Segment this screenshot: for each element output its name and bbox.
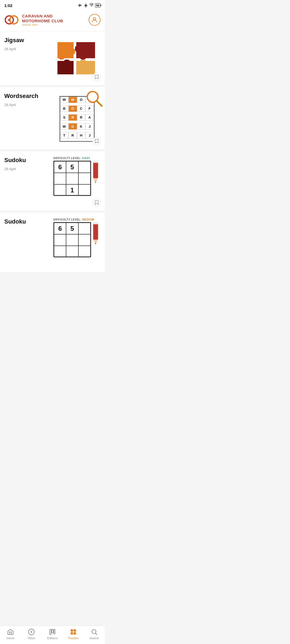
sudoku-easy-title: Sudoku xyxy=(4,157,53,164)
jigsaw-title: Jigsaw xyxy=(4,37,52,44)
magnify-icon xyxy=(86,90,103,107)
sudoku-cell xyxy=(78,234,90,246)
ws-cell: J xyxy=(85,123,94,130)
logo-text: CARAVAN AND MOTORHOME CLUB SINCE 1907 xyxy=(22,14,63,26)
svg-rect-13 xyxy=(93,222,98,224)
svg-rect-9 xyxy=(93,161,98,163)
ws-cell: O xyxy=(77,97,86,103)
app-logo: M xyxy=(4,12,19,27)
sudoku-medium-grid: 6 5 xyxy=(53,222,91,257)
airplane-icon xyxy=(84,3,88,8)
wifi-icon xyxy=(89,3,94,8)
sudoku-easy-bookmark[interactable] xyxy=(92,198,101,207)
bookmark-icon xyxy=(95,200,99,205)
svg-line-6 xyxy=(97,101,102,106)
wordsearch-card-left: Wordsearch 26 April xyxy=(4,93,53,107)
logo-title-line1: CARAVAN AND xyxy=(22,14,63,19)
ws-cell: J xyxy=(85,132,94,138)
ws-cell: T xyxy=(60,132,69,138)
ws-cell: H xyxy=(77,132,86,138)
sudoku-cell xyxy=(54,234,66,246)
wordsearch-date: 26 April xyxy=(4,100,53,107)
ws-cell: W xyxy=(60,123,69,130)
ws-cell: K xyxy=(77,123,86,130)
wordsearch-bookmark[interactable] xyxy=(92,137,101,145)
sudoku-cell xyxy=(54,173,66,184)
jigsaw-date: 26 April xyxy=(4,44,52,51)
header: M CARAVAN AND MOTORHOME CLUB SINCE 1907 xyxy=(0,10,105,31)
status-icons: 56 xyxy=(78,3,100,8)
svg-rect-11 xyxy=(93,222,98,240)
ws-cell: C xyxy=(77,105,86,112)
ws-cell: R xyxy=(68,132,77,138)
sudoku-cell xyxy=(66,234,78,246)
wordsearch-title: Wordsearch xyxy=(4,93,53,100)
puzzle-card-wordsearch[interactable]: Wordsearch 26 April W W O B O C F S R R … xyxy=(0,87,105,149)
jigsaw-svg xyxy=(52,37,100,80)
sudoku-cell xyxy=(54,246,66,257)
logo-title-line2: MOTORHOME CLUB xyxy=(22,19,63,23)
sudoku-easy-image: DIFFICULTY LEVEL: EASY 6 5 1 xyxy=(53,157,100,206)
sudoku-cell xyxy=(66,246,78,257)
sudoku-easy-grid: 6 5 1 xyxy=(53,161,91,196)
ws-cell: O xyxy=(68,105,77,112)
svg-rect-7 xyxy=(93,161,98,178)
profile-button[interactable] xyxy=(89,14,100,26)
status-time: 1:02 xyxy=(4,3,12,8)
sudoku-cell xyxy=(54,184,66,196)
battery-icon: 56 xyxy=(95,3,100,8)
sudoku-cell: 1 xyxy=(66,184,78,196)
sudoku-medium-grid-wrapper: 6 5 xyxy=(53,222,91,257)
sudoku-cell: 5 xyxy=(66,223,78,234)
ws-cell: B xyxy=(60,105,69,112)
sudoku-easy-date: 26 April xyxy=(4,164,53,171)
pencil-medium-icon xyxy=(90,221,101,245)
sudoku-cell xyxy=(78,161,90,173)
status-bar: 1:02 56 xyxy=(0,0,105,10)
svg-text:M: M xyxy=(8,18,10,22)
sudoku-cell xyxy=(78,173,90,184)
puzzle-card-sudoku-easy[interactable]: Sudoku 26 April DIFFICULTY LEVEL: EASY 6… xyxy=(0,151,105,211)
bookmark-icon xyxy=(95,75,99,79)
logo-area: M CARAVAN AND MOTORHOME CLUB SINCE 1907 xyxy=(4,12,63,27)
ws-cell: D xyxy=(68,123,77,130)
profile-icon xyxy=(91,16,98,23)
wordsearch-image: W W O B O C F S R R A W D K J T xyxy=(53,93,100,145)
jigsaw-card-left: Jigsaw 26 April xyxy=(4,37,52,51)
pencil-easy-icon xyxy=(90,159,101,184)
ws-cell: W xyxy=(68,97,77,103)
sudoku-cell: 5 xyxy=(66,161,78,173)
bookmark-icon xyxy=(95,139,99,144)
sudoku-cell xyxy=(78,184,90,196)
ws-cell: R xyxy=(68,114,77,121)
ws-cell: W xyxy=(60,97,69,103)
sudoku-cell xyxy=(78,223,90,234)
ws-cell: S xyxy=(60,114,69,121)
sudoku-cell xyxy=(78,246,90,257)
svg-point-4 xyxy=(93,17,96,20)
svg-point-0 xyxy=(91,6,92,7)
sudoku-medium-title: Sudoku xyxy=(4,218,53,225)
puzzle-list: Jigsaw 26 April Wordsearch 26 Apr xyxy=(0,31,105,296)
ws-cell: R xyxy=(77,114,86,121)
logo-since: SINCE 1907 xyxy=(22,24,63,26)
mute-icon xyxy=(78,3,82,8)
sudoku-cell xyxy=(66,173,78,184)
puzzle-card-sudoku-medium[interactable]: Sudoku DIFFICULTY LEVEL: MEDIUM 6 5 xyxy=(0,213,105,272)
difficulty-easy-value: EASY xyxy=(82,157,90,160)
jigsaw-bookmark[interactable] xyxy=(92,73,101,81)
sudoku-medium-card-left: Sudoku xyxy=(4,218,53,225)
sudoku-easy-grid-wrapper: 6 5 1 xyxy=(53,161,91,196)
sudoku-easy-card-left: Sudoku 26 April xyxy=(4,157,53,171)
puzzle-card-jigsaw[interactable]: Jigsaw 26 April xyxy=(0,31,105,85)
sudoku-cell: 6 xyxy=(54,223,66,234)
jigsaw-image xyxy=(52,37,100,80)
ws-cell: A xyxy=(85,114,94,121)
sudoku-medium-image: DIFFICULTY LEVEL: MEDIUM 6 5 xyxy=(53,218,100,268)
sudoku-cell: 6 xyxy=(54,161,66,173)
